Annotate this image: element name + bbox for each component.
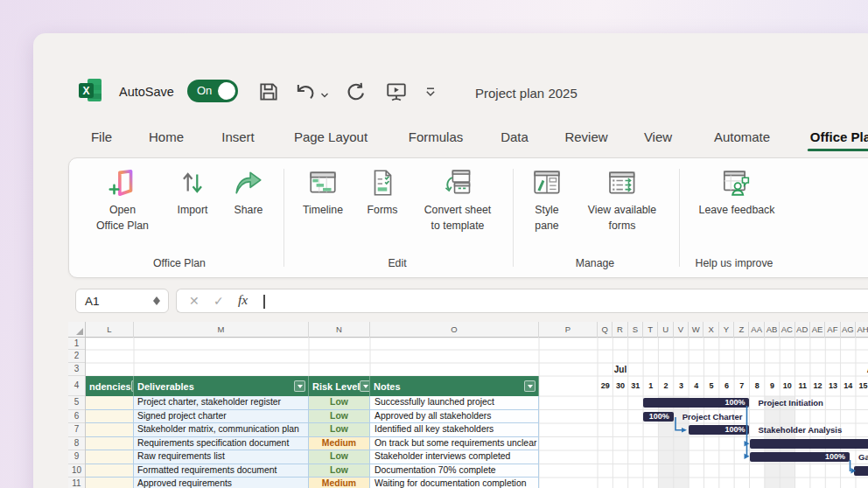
row-header-2[interactable]: 2 [68, 350, 85, 363]
cell-O11-note[interactable]: Waiting for documentation completion [370, 478, 539, 488]
column-header-Z[interactable]: Z [734, 322, 749, 338]
ribbon-tab-automate[interactable]: Automate [714, 129, 770, 144]
column-header-V[interactable]: V [674, 322, 689, 338]
cell-M9-deliverable[interactable]: Raw requirements list [134, 450, 309, 464]
column-header-AH[interactable]: AH [856, 322, 868, 338]
document-title[interactable]: Project plan 2025 [475, 86, 578, 101]
cell-L8[interactable] [86, 437, 134, 451]
column-header-Y[interactable]: Y [719, 322, 734, 338]
cell-M5-deliverable[interactable]: Project charter, stakeholder register [134, 396, 309, 410]
cell-N11-risk[interactable]: Medium [309, 478, 370, 488]
ribbon-button-open-office-plan[interactable]: OpenOffice Plan [96, 167, 149, 234]
column-header-U[interactable]: U [658, 322, 673, 338]
filter-dropdown-icon[interactable] [294, 380, 305, 392]
gantt-bar-complete-row8[interactable] [750, 439, 868, 449]
column-header-X[interactable]: X [704, 322, 718, 338]
filter-dropdown-icon[interactable] [360, 380, 370, 392]
column-header-P[interactable]: P [539, 322, 598, 338]
ribbon-tab-data[interactable]: Data [500, 129, 528, 144]
column-header-T[interactable]: T [643, 322, 658, 338]
cell-L5[interactable] [86, 396, 134, 410]
enter-icon[interactable]: ✓ [214, 294, 224, 308]
cell-M10-deliverable[interactable]: Formatted requirements document [134, 464, 309, 478]
ribbon-button-view-available-forms[interactable]: View availableforms [588, 167, 656, 234]
cell-M8-deliverable[interactable]: Requirements specification document [134, 437, 309, 451]
ribbon-tab-view[interactable]: View [644, 129, 672, 144]
cell-L9[interactable] [86, 450, 134, 464]
ribbon-tab-page-layout[interactable]: Page Layout [294, 129, 368, 144]
ribbon-tab-file[interactable]: File [91, 129, 112, 144]
row-header-6[interactable]: 6 [68, 410, 85, 424]
row-header-9[interactable]: 9 [68, 450, 85, 464]
gantt-bar-row9[interactable]: 100% [750, 452, 850, 462]
ribbon-button-forms[interactable]: Forms [367, 167, 398, 218]
column-header-Q[interactable]: Q [598, 322, 612, 338]
table-header-cell-notes[interactable]: Notes [370, 376, 539, 396]
save-icon[interactable] [257, 80, 280, 103]
insert-function-icon[interactable]: fx [238, 292, 248, 308]
ribbon-tab-review[interactable]: Review [564, 129, 607, 144]
ribbon-button-leave-feedback[interactable]: Leave feedback [699, 167, 775, 218]
cell-N6-risk[interactable]: Low [309, 410, 370, 424]
undo-dropdown-chevron-icon[interactable] [319, 88, 330, 99]
autosave-toggle[interactable]: On [187, 80, 238, 102]
column-header-O[interactable]: O [370, 322, 539, 338]
formula-bar[interactable]: ✕ ✓ fx [176, 289, 868, 313]
column-header-M[interactable]: M [134, 322, 309, 338]
ribbon-button-share[interactable]: Share [233, 167, 264, 218]
column-header-AD[interactable]: AD [795, 322, 810, 338]
ribbon-button-convert-sheet-to-template[interactable]: Convert sheetto template [424, 167, 492, 234]
row-header-4[interactable]: 4 [68, 376, 85, 396]
cell-M6-deliverable[interactable]: Signed project charter [134, 410, 309, 424]
table-header-cell-risk-level[interactable]: Risk Level [309, 376, 370, 396]
row-header-1[interactable]: 1 [68, 338, 85, 350]
column-header-S[interactable]: S [628, 322, 643, 338]
column-header-R[interactable]: R [612, 322, 627, 338]
column-header-L[interactable]: L [86, 322, 134, 338]
gantt-bar-row10[interactable] [854, 466, 868, 476]
cell-L11[interactable] [86, 478, 134, 488]
row-header-11[interactable]: 11 [68, 478, 85, 488]
ribbon-button-timeline[interactable]: Timeline [303, 167, 343, 218]
cell-O9-note[interactable]: Stakeholder interviews completed [370, 450, 539, 464]
gantt-bar-row5[interactable]: 100% [643, 398, 749, 408]
redo-icon[interactable] [345, 80, 368, 103]
ribbon-button-style-pane[interactable]: Stylepane [531, 167, 563, 234]
table-header-cell-deliverables[interactable]: Deliverables [134, 376, 309, 396]
gantt-bar-row6[interactable]: 100% [643, 412, 674, 422]
cell-M7-deliverable[interactable]: Stakeholder matrix, communication plan [134, 423, 309, 437]
name-box-spinner-down-icon[interactable] [153, 301, 160, 305]
cell-N8-risk[interactable]: Medium [309, 437, 370, 451]
undo-icon[interactable] [294, 80, 317, 103]
cell-M11-deliverable[interactable]: Approved requirements [134, 478, 309, 488]
cell-O7-note[interactable]: Identified all key stakeholders [370, 423, 539, 437]
column-header-W[interactable]: W [689, 322, 704, 338]
ribbon-tab-home[interactable]: Home [149, 129, 184, 144]
ribbon-tab-insert[interactable]: Insert [221, 129, 255, 144]
column-header-N[interactable]: N [309, 322, 370, 338]
cell-O6-note[interactable]: Approved by all stakeholders [370, 410, 539, 424]
column-header-AB[interactable]: AB [765, 322, 780, 338]
name-box[interactable]: A1 [75, 289, 169, 313]
filter-dropdown-icon[interactable] [524, 380, 536, 392]
cell-N7-risk[interactable]: Low [309, 423, 370, 437]
ribbon-tab-office-plan[interactable]: Office Plan [810, 129, 868, 144]
row-header-8[interactable]: 8 [68, 437, 85, 451]
row-header-10[interactable]: 10 [68, 464, 85, 478]
cell-O5-note[interactable]: Successfully launched project [370, 396, 539, 410]
column-header-AG[interactable]: AG [841, 322, 856, 338]
row-header-3[interactable]: 3 [68, 363, 85, 376]
column-header-AE[interactable]: AE [810, 322, 825, 338]
screen-share-icon[interactable] [385, 80, 408, 103]
cell-L6[interactable] [86, 410, 134, 424]
cell-N5-risk[interactable]: Low [309, 396, 370, 410]
select-all-corner[interactable] [68, 322, 86, 338]
table-header-cell-ndencies[interactable]: ndencies [86, 376, 134, 396]
cell-O8-note[interactable]: On track but some requirements unclear [370, 437, 539, 451]
gantt-bar-row7[interactable]: 100% [689, 425, 749, 435]
column-header-AF[interactable]: AF [825, 322, 840, 338]
column-header-AA[interactable]: AA [750, 322, 765, 338]
row-header-7[interactable]: 7 [68, 423, 85, 437]
cell-N10-risk[interactable]: Low [309, 464, 370, 478]
cell-O10-note[interactable]: Documentation 70% complete [370, 464, 539, 478]
